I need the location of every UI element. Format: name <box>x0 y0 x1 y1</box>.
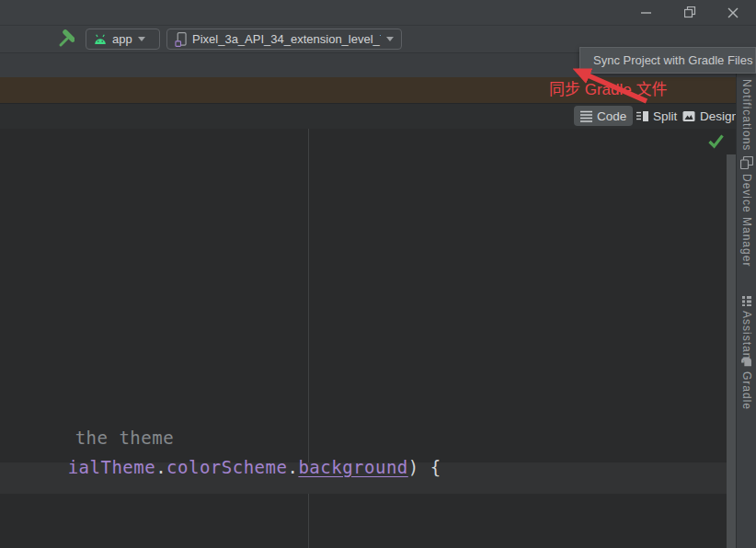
restore-button[interactable] <box>676 0 704 25</box>
code-icon <box>580 109 592 122</box>
code-token-object: ialTheme <box>68 457 156 477</box>
gradle-elephant-icon <box>739 356 753 367</box>
code-mode-button[interactable]: Code <box>574 106 633 126</box>
build-hammer-icon <box>56 29 74 49</box>
tool-button-label: Gradle <box>740 371 753 410</box>
code-token-property: colorScheme <box>166 457 287 477</box>
device-manager-icon <box>740 156 753 169</box>
code-token-hyperlink[interactable]: background <box>298 457 407 477</box>
close-button[interactable] <box>719 0 747 25</box>
code-line-statement: ialTheme.colorScheme.background) { <box>2 437 441 497</box>
minimize-button[interactable] <box>633 0 660 25</box>
inspection-ok-icon[interactable] <box>708 133 724 149</box>
tool-button-notifications[interactable]: Notifications <box>737 79 756 151</box>
mode-label: Code <box>597 109 626 123</box>
virtual-device-icon <box>175 31 187 48</box>
close-icon <box>727 7 739 18</box>
mode-label: Split <box>653 109 677 123</box>
device-label: Pixel_3a_API_34_extension_level_7_x… <box>192 32 381 46</box>
split-icon <box>636 110 648 122</box>
build-button[interactable] <box>56 29 74 48</box>
design-mode-button[interactable]: Design <box>676 106 745 126</box>
tool-button-gradle[interactable]: Gradle <box>737 356 756 410</box>
restore-icon <box>684 6 696 18</box>
design-icon <box>682 110 695 122</box>
tool-window-stripe: Notifications Device Manager Assistant <box>736 53 756 548</box>
chevron-down-icon <box>138 37 145 41</box>
assistant-icon <box>741 295 752 306</box>
editor-area[interactable]: the theme ialTheme.colorScheme.backgroun… <box>0 129 736 548</box>
chevron-down-icon <box>386 37 394 41</box>
tool-button-label: Device Manager <box>740 174 753 267</box>
title-bar <box>0 0 756 26</box>
tool-button-assistant[interactable]: Assistant <box>737 295 756 364</box>
minimize-icon <box>641 7 652 18</box>
tool-button-device-manager[interactable]: Device Manager <box>737 156 756 267</box>
device-dropdown[interactable]: Pixel_3a_API_34_extension_level_7_x… <box>166 29 402 50</box>
tool-button-label: Notifications <box>740 79 753 151</box>
android-studio-window: app Pixel_3a_API_34_extension_level_7_x… <box>0 0 756 548</box>
run-config-label: app <box>112 32 132 46</box>
red-arrow-annotation <box>547 57 667 108</box>
run-config-dropdown[interactable]: app <box>86 29 160 50</box>
android-icon <box>94 34 107 45</box>
mode-label: Design <box>700 109 739 123</box>
editor-scrollbar[interactable] <box>727 154 736 548</box>
